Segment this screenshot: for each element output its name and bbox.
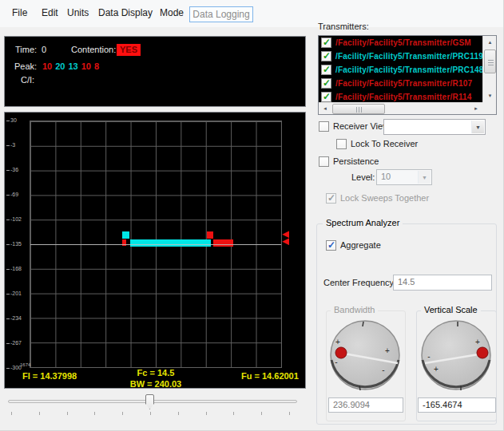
y-axis-tick-label: -102 [10, 216, 30, 222]
level-dropdown[interactable]: 10 ▼ [376, 169, 432, 185]
transmitter-row[interactable]: /Facility/Facility5/Transmitter/GSM [319, 36, 482, 49]
y-axis-tick [6, 170, 10, 171]
transmitter-path: /Facility/Facility5/Transmitter/PRC148 [335, 65, 482, 74]
lock-to-receiver-checkbox[interactable] [336, 139, 347, 149]
aggregate-checkbox[interactable] [326, 240, 336, 251]
vertical-scale-value-field[interactable]: -165.4674 [418, 397, 496, 413]
transmitter-row[interactable]: /Facility/Facility5/Transmitter/PRC119 [319, 49, 482, 63]
transmitter-checkbox[interactable] [321, 65, 331, 75]
menu-data-logging[interactable]: Data Logging [189, 6, 253, 22]
center-frequency-label: Center Frequency: [323, 278, 396, 287]
frequency-slider[interactable] [4, 391, 306, 425]
freq-lower-label: Fl = 14.37998 [22, 371, 77, 381]
transmitter-checkbox[interactable] [321, 78, 331, 89]
menu-edit[interactable]: Edit [42, 7, 58, 18]
menu-bar: File Edit Units Data Display Mode Data L… [0, 0, 504, 27]
thumb-grip-icon [488, 60, 494, 65]
persistence-checkbox[interactable] [319, 156, 329, 167]
knob-plus-mark: + [475, 338, 480, 346]
horizontal-scrollbar[interactable]: ◄ ► [319, 102, 482, 114]
y-axis-tick [6, 269, 10, 270]
transmitter-row[interactable]: /Facility/Facility5/Transmitter/R107 [319, 77, 482, 90]
lock-to-receiver-label: Lock To Receiver [351, 139, 418, 148]
vertical-scale-title: Vertical Scale [421, 305, 481, 314]
peak-value: 10 [81, 61, 91, 71]
y-axis-tick-label: -135 [10, 241, 30, 247]
slider-tick [39, 412, 40, 415]
bandwidth-title: Bandwidth [331, 305, 378, 314]
vertical-scale-knob[interactable]: - + + [419, 319, 493, 393]
y-axis-tick [6, 294, 10, 295]
slider-thumb[interactable] [145, 394, 154, 409]
y-axis-tick-label: -234 [10, 315, 30, 321]
peak-value: 10 [42, 61, 52, 71]
slider-tick [122, 412, 123, 415]
peak-value: 13 [69, 61, 78, 71]
transmitter-row[interactable]: /Facility/Facility5/Transmitter/R114 [319, 90, 482, 102]
level-value: 10 [381, 172, 417, 181]
red-edge-tick [122, 239, 126, 246]
slider-tick [261, 412, 262, 415]
transmitter-checkbox[interactable] [321, 38, 331, 48]
y-axis-tick-label: -69 [10, 192, 30, 197]
app-window: File Edit Units Data Display Mode Data L… [0, 0, 504, 431]
bandwidth-label: BW = 240.03 [109, 379, 202, 389]
transmitter-row[interactable]: /Facility/Facility5/Transmitter/PRC148 [319, 63, 482, 77]
y-axis-tick [6, 343, 10, 344]
receiver-view-checkbox[interactable] [319, 121, 329, 132]
y-axis-tick-label: -36 [10, 167, 30, 172]
vscroll-thumb[interactable] [484, 49, 496, 73]
aggregate-label: Aggregate [340, 240, 381, 250]
slider-tick [289, 412, 290, 415]
knob-tick [359, 386, 360, 390]
chevron-down-icon[interactable]: ▼ [471, 121, 484, 133]
scroll-right-icon[interactable]: ► [470, 103, 482, 115]
red-signal-bar [213, 239, 234, 247]
transmitter-checkbox[interactable] [321, 51, 331, 61]
slider-tick [11, 412, 12, 415]
right-arrow-marker-1 [282, 231, 289, 238]
spectrum-plot-panel: 30-3-36-69-102-135-168-201-234-267-300 F… [4, 112, 306, 389]
slider-tick [150, 412, 151, 415]
y-axis-tick-label: -201 [10, 291, 30, 296]
center-frequency-field[interactable]: 14.5 [393, 275, 492, 291]
slider-tick [67, 412, 68, 415]
bandwidth-knob[interactable]: + - + - [328, 319, 402, 393]
y-axis-tick-label: -3 [10, 142, 30, 148]
knob-minus-mark: - [427, 352, 430, 361]
spectrum-grid [30, 121, 282, 368]
contention-label: Contention: [71, 45, 116, 54]
transmitter-checkbox[interactable] [321, 92, 331, 102]
y-axis-tick [6, 145, 10, 146]
knob-plus-mark: + [335, 338, 340, 346]
thumb-grip-icon [356, 107, 362, 113]
y-axis-tick-label: 30 [10, 117, 30, 123]
hscroll-thumb[interactable] [332, 104, 385, 114]
scroll-left-icon[interactable]: ◄ [319, 103, 331, 115]
y-axis-tick [6, 219, 10, 220]
menu-mode[interactable]: Mode [160, 7, 184, 18]
y-axis-tick [6, 318, 10, 319]
knob-tick [363, 322, 363, 326]
slider-tick [94, 412, 95, 415]
bandwidth-value-field[interactable]: 236.9094 [328, 397, 403, 413]
freq-upper-label: Fu = 14.62001 [241, 371, 299, 381]
knob-red-dot[interactable] [335, 347, 347, 358]
ci-label: C/I: [21, 75, 34, 85]
level-label: Level: [351, 172, 375, 182]
y-axis-tick-label: -168 [10, 266, 30, 271]
transmitter-path: /Facility/Facility5/Transmitter/R107 [335, 79, 472, 88]
transmitter-path: /Facility/Facility5/Transmitter/PRC119 [335, 52, 482, 61]
contention-status-badge: YES [117, 44, 141, 56]
scroll-down-icon[interactable]: ▼ [483, 89, 497, 102]
knob-red-dot[interactable] [477, 347, 488, 358]
receiver-view-dropdown[interactable]: ▼ [383, 119, 486, 135]
vertical-scrollbar[interactable]: ▲ ▼ [482, 36, 496, 102]
transmitter-list[interactable]: /Facility/Facility5/Transmitter/GSM/Faci… [318, 35, 497, 115]
scrollbar-corner [482, 102, 496, 114]
menu-data-display[interactable]: Data Display [98, 7, 153, 18]
menu-units[interactable]: Units [67, 7, 89, 18]
scroll-up-icon[interactable]: ▲ [483, 36, 497, 49]
cyan-signal-bar [130, 239, 210, 247]
menu-file[interactable]: File [12, 7, 27, 18]
